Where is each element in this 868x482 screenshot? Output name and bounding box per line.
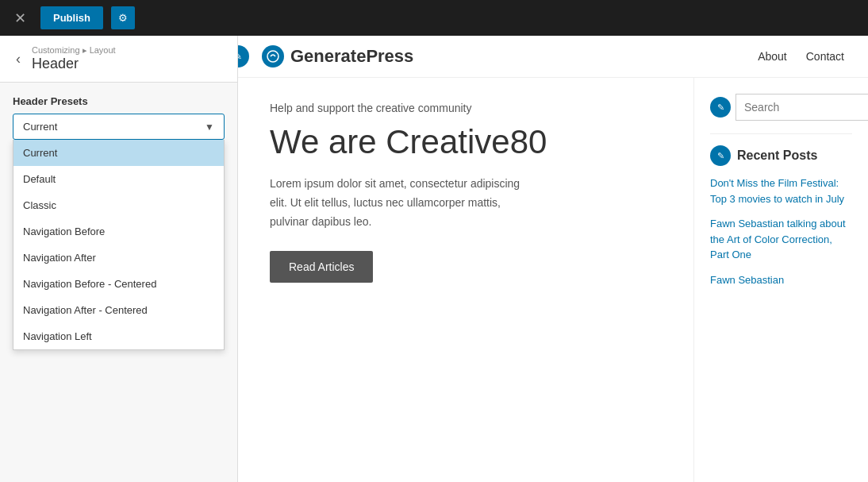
chevron-down-icon: ▼ (205, 121, 214, 133)
breadcrumb: Customizing ▸ Layout (32, 45, 116, 56)
search-box (735, 94, 868, 121)
recent-posts-row: ✎ Recent Posts (710, 145, 852, 166)
preview-area: GeneratePress About Contact ✎ Help and s… (238, 36, 868, 482)
dropdown-item-current[interactable]: Current (13, 140, 224, 166)
sidebar-content: Header Presets Current ▼ Current Default… (0, 83, 237, 152)
publish-button[interactable]: Publish (40, 6, 103, 29)
preset-current-value: Current (23, 121, 57, 133)
divider (710, 133, 852, 134)
dropdown-item-nav-before[interactable]: Navigation Before (13, 218, 224, 245)
dropdown-item-default[interactable]: Default (13, 166, 224, 192)
hero-tagline: Help and support the creative community (270, 102, 662, 114)
settings-button[interactable]: ⚙ (111, 6, 135, 29)
post-link-2[interactable]: Fawn Sebastian talking about the Art of … (710, 216, 852, 263)
breadcrumb-wrap: Customizing ▸ Layout Header (32, 45, 116, 72)
edit-search-icon[interactable]: ✎ (710, 97, 731, 118)
recent-posts-title: Recent Posts (737, 148, 817, 163)
dropdown-item-nav-after-centered[interactable]: Navigation After - Centered (13, 297, 224, 323)
customizer-sidebar: ‹ Customizing ▸ Layout Header Header Pre… (0, 36, 238, 482)
top-bar: ✕ Publish ⚙ (0, 0, 868, 36)
nav-link-about[interactable]: About (758, 50, 787, 63)
header-presets-label: Header Presets (13, 95, 225, 107)
gp-logo-icon (262, 45, 284, 67)
search-row: ✎ (710, 94, 852, 121)
svg-point-0 (267, 51, 278, 62)
right-sidebar: ✎ ✎ Recent Posts (693, 78, 868, 482)
dropdown-item-nav-after[interactable]: Navigation After (13, 245, 224, 271)
read-articles-button[interactable]: Read Articles (270, 251, 373, 283)
content-area: Help and support the creative community … (238, 78, 868, 482)
site-header: GeneratePress About Contact ✎ (238, 36, 868, 78)
search-input[interactable] (735, 94, 868, 121)
preset-select-wrapper: Current ▼ Current Default Classic Naviga… (13, 114, 225, 140)
hero-body: Lorem ipsum dolor sit amet, consectetur … (270, 175, 524, 231)
sidebar-nav: ‹ Customizing ▸ Layout Header (0, 36, 237, 83)
preset-select[interactable]: Current ▼ (13, 114, 225, 140)
nav-link-contact[interactable]: Contact (806, 50, 844, 63)
main-content: Help and support the creative community … (238, 78, 693, 482)
edit-recent-posts-icon[interactable]: ✎ (710, 145, 731, 166)
site-nav: About Contact (758, 50, 844, 63)
hero-title: We are Creative80 (270, 122, 662, 162)
page-title: Header (32, 56, 116, 72)
dropdown-list: Current Default Classic Navigation Befor… (13, 140, 225, 350)
post-link-3[interactable]: Fawn Sebastian (710, 272, 852, 288)
dropdown-item-nav-before-centered[interactable]: Navigation Before - Centered (13, 271, 224, 297)
site-title: GeneratePress (290, 46, 413, 67)
site-logo-wrap: GeneratePress (262, 45, 413, 67)
edit-header-icon[interactable]: ✎ (238, 45, 249, 67)
dropdown-item-nav-left[interactable]: Navigation Left (13, 323, 224, 349)
main-layout: ‹ Customizing ▸ Layout Header Header Pre… (0, 36, 868, 482)
back-button[interactable]: ‹ (13, 49, 24, 69)
post-link-1[interactable]: Don't Miss the Film Festival: Top 3 movi… (710, 175, 852, 206)
close-button[interactable]: ✕ (8, 8, 33, 29)
dropdown-item-classic[interactable]: Classic (13, 192, 224, 218)
